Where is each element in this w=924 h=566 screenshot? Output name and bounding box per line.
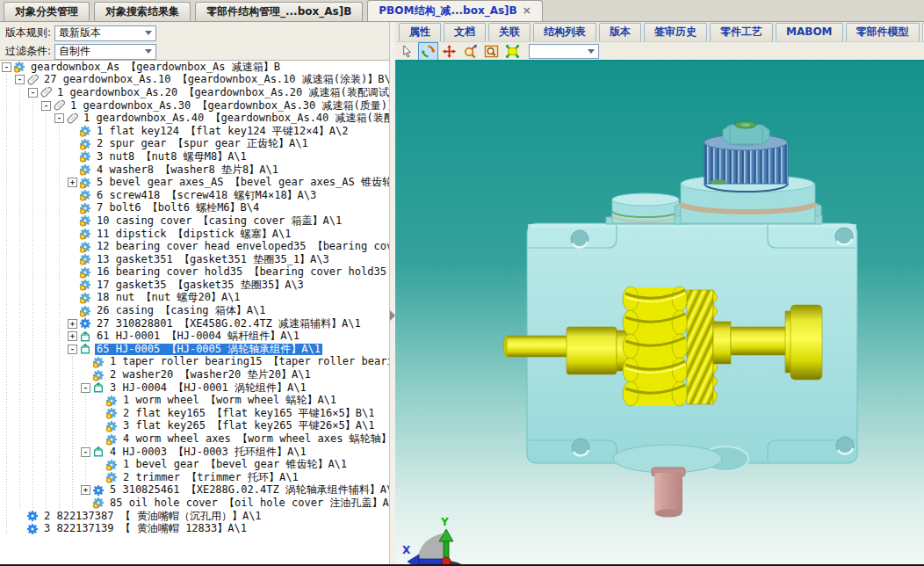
tree-node-label[interactable]: 4 worm wheel axes 【worm wheel axes 蜗轮轴】A… xyxy=(121,433,389,445)
window-tab-3[interactable]: PBOM结构_减...box_As]B× xyxy=(367,0,542,21)
detail-tab-4[interactable]: 版本 xyxy=(599,23,641,41)
tab-close-icon[interactable]: × xyxy=(523,3,531,19)
tree-node-label[interactable]: 1 geardownbox_As.20 【geardownbox_As.20 减… xyxy=(55,87,389,98)
tree-node-label[interactable]: 1 flat key124 【flat key124 平键12×4】A\2 xyxy=(95,126,350,137)
tree-node-label[interactable]: 3 nut8 【nut8 螺母M8】A\1 xyxy=(95,151,249,163)
tree-node-label[interactable]: 27 310828801 【XE458G.02.4TZ 减速箱辅料】A\1 xyxy=(95,318,363,330)
rotate-view-icon[interactable] xyxy=(418,42,438,61)
tree-node-label[interactable]: geardownbox_As 【geardownbox_As 减速箱】B xyxy=(29,62,282,73)
tree-row[interactable]: +27 310828801 【XE458G.02.4TZ 减速箱辅料】A\1 xyxy=(0,317,389,330)
zoom-dynamic-icon[interactable] xyxy=(460,42,480,61)
tree-row[interactable]: 17 gasket35 【gasket35 垫圈35】A\3 xyxy=(0,279,389,292)
fit-all-icon[interactable] xyxy=(502,42,523,61)
tree-row[interactable]: -65 HJ-0005 【HJ-0005 涡轮轴承组件】A\1 xyxy=(0,343,389,356)
collapse-icon[interactable]: - xyxy=(28,88,38,98)
tree-node-label[interactable]: 1 worm wheel 【worm wheel 蜗轮】A\1 xyxy=(121,395,338,406)
detail-tab-8[interactable]: 零部件模型 xyxy=(846,23,920,41)
3d-viewport[interactable]: Y X xyxy=(395,60,924,566)
collapse-icon[interactable]: - xyxy=(2,62,11,72)
tree-row[interactable]: 1 flat key124 【flat key124 平键12×4】A\2 xyxy=(0,125,389,138)
collapse-icon[interactable]: - xyxy=(15,75,25,84)
tree-row[interactable]: 12 bearing cover head enveloped35 【beari… xyxy=(0,240,389,253)
tree-node-label[interactable]: 17 gasket35 【gasket35 垫圈35】A\3 xyxy=(95,279,306,291)
collapse-icon[interactable]: - xyxy=(54,113,64,123)
bom-tree[interactable]: -geardownbox_As 【geardownbox_As 减速箱】B-27… xyxy=(0,60,389,566)
tree-node-label[interactable]: 1 bevel gear 【bevel gear 锥齿轮】A\1 xyxy=(121,459,349,470)
tree-row[interactable]: 1 bevel gear 【bevel gear 锥齿轮】A\1 xyxy=(0,458,389,471)
tree-node-label[interactable]: 5 310825461 【XE288G.02.4TZ 涡轮轴承组件辅料】A\1 xyxy=(108,484,389,496)
tree-node-label[interactable]: 61 HJ-0001 【HJ-0004 蜗杆组件】A\1 xyxy=(95,330,301,342)
tree-node-label[interactable]: 2 trimmer 【trimmer 托环】A\1 xyxy=(121,472,300,483)
tree-node-label[interactable]: 5 bevel gear axes_AS 【bevel gear axes_AS… xyxy=(95,177,389,188)
window-tab-0[interactable]: 对象分类管理 xyxy=(4,2,90,21)
select-cursor-icon[interactable] xyxy=(397,42,417,61)
view-preset-combo[interactable] xyxy=(529,44,599,59)
tree-row[interactable]: -geardownbox_As 【geardownbox_As 减速箱】B xyxy=(0,61,389,74)
tree-node-label[interactable]: 2 flat key165 【flat key165 平键16×5】B\1 xyxy=(121,408,376,419)
tree-node-label[interactable]: 2 washer20 【washer20 垫片20】A\1 xyxy=(108,369,313,381)
tree-node-label[interactable]: 3 HJ-0004 【HJ-0001 涡轮组件】A\1 xyxy=(108,382,308,394)
tree-row[interactable]: 26 casing 【casing 箱体】A\1 xyxy=(0,304,389,317)
detail-tab-2[interactable]: 关联 xyxy=(488,23,531,41)
tree-row[interactable]: +61 HJ-0001 【HJ-0004 蜗杆组件】A\1 xyxy=(0,330,389,343)
tree-row[interactable]: 13 gasket351 【gasket351 垫圈35_1】A\3 xyxy=(0,253,389,266)
tree-row[interactable]: -1 geardownbox_As.20 【geardownbox_As.20 … xyxy=(0,86,389,99)
tree-row[interactable]: 7 bolt6 【bolt6 螺栓M6】B\4 xyxy=(0,202,389,215)
detail-tab-1[interactable]: 文档 xyxy=(444,23,486,41)
tree-row[interactable]: 2 washer20 【washer20 垫片20】A\1 xyxy=(0,368,389,381)
filter-condition-combo[interactable]: 自制件 xyxy=(54,44,156,60)
tree-row[interactable]: 2 spur gear 【spur gear 正齿轮】A\1 xyxy=(0,138,389,151)
tree-node-label[interactable]: 1 geardownbox_As.30 【geardownbox_As.30 减… xyxy=(69,100,389,112)
detail-tab-6[interactable]: 零件工艺 xyxy=(710,23,773,41)
tree-row[interactable]: -4 HJ-0003 【HJ-0003 托环组件】A\1 xyxy=(0,446,389,459)
tree-row[interactable]: 18 nut 【nut 螺母20】A\1 xyxy=(0,292,389,305)
tree-node-label[interactable]: 16 bearing cover hold35 【bearing cover h… xyxy=(95,266,389,278)
tree-node-label[interactable]: 1 geardownbox_As.40 【geardownbox_As.40 减… xyxy=(82,112,389,124)
tree-row[interactable]: 3 nut8 【nut8 螺母M8】A\1 xyxy=(0,150,389,163)
collapse-icon[interactable]: - xyxy=(81,447,90,457)
tree-row[interactable]: 6 screw418 【screw418 螺钉M4×18】A\3 xyxy=(0,189,389,202)
expand-icon[interactable]: + xyxy=(81,485,90,495)
tree-node-label[interactable]: 1 taper roller bearing15 【taper roller b… xyxy=(108,356,389,367)
tree-node-label[interactable]: 2 822137387 【 黄油嘴帽（沉孔用）】A\1 xyxy=(42,511,263,522)
tree-node-label[interactable]: 18 nut 【nut 螺母20】A\1 xyxy=(95,292,242,303)
tree-node-label[interactable]: 7 bolt6 【bolt6 螺栓M6】B\4 xyxy=(95,202,261,214)
tree-node-label[interactable]: 4 washer8 【washer8 垫片8】A\1 xyxy=(95,164,280,176)
tree-node-label[interactable]: 3 822137139 【 黄油嘴帽 12833】A\1 xyxy=(42,523,249,534)
tree-node-label-selected[interactable]: 65 HJ-0005 【HJ-0005 涡轮轴承组件】A\1 xyxy=(95,344,322,355)
expand-icon[interactable]: + xyxy=(68,319,77,329)
tree-row[interactable]: 2 trimmer 【trimmer 托环】A\1 xyxy=(0,471,389,484)
expand-icon[interactable]: + xyxy=(68,331,77,341)
tree-node-label[interactable]: 3 flat key265 【flat key265 平键26×5】A\1 xyxy=(121,420,376,432)
tree-row[interactable]: -1 geardownbox_As.30 【geardownbox_As.30 … xyxy=(0,99,389,112)
tree-node-label[interactable]: 12 bearing cover head enveloped35 【beari… xyxy=(95,241,389,252)
tree-row[interactable]: 85 oil hole cover 【oil hole cover 注油孔盖】A… xyxy=(0,497,389,510)
tree-row[interactable]: +5 310825461 【XE288G.02.4TZ 涡轮轴承组件辅料】A\1 xyxy=(0,484,389,497)
panel-splitter[interactable] xyxy=(389,22,395,566)
tree-row[interactable]: 16 bearing cover hold35 【bearing cover h… xyxy=(0,266,389,279)
window-tab-2[interactable]: 零部件结构管理_...box_As]B xyxy=(195,2,363,21)
collapse-icon[interactable]: - xyxy=(41,101,51,111)
tree-node-label[interactable]: 10 casing cover 【casing cover 箱盖】A\1 xyxy=(95,215,343,227)
tree-row[interactable]: 11 dipstick 【dipstick 螺塞】A\1 xyxy=(0,228,389,241)
tree-row[interactable]: 4 washer8 【washer8 垫片8】A\1 xyxy=(0,163,389,177)
version-rule-combo[interactable]: 最新版本 xyxy=(54,25,156,41)
tree-node-label[interactable]: 11 dipstick 【dipstick 螺塞】A\1 xyxy=(95,229,292,240)
tree-row[interactable]: 4 worm wheel axes 【worm wheel axes 蜗轮轴】A… xyxy=(0,432,389,446)
tree-row[interactable]: 3 822137139 【 黄油嘴帽 12833】A\1 xyxy=(0,522,389,535)
tree-node-label[interactable]: 6 screw418 【screw418 螺钉M4×18】A\3 xyxy=(95,190,318,201)
tree-row[interactable]: -1 geardownbox_As.40 【geardownbox_As.40 … xyxy=(0,112,389,125)
tree-row[interactable]: 1 worm wheel 【worm wheel 蜗轮】A\1 xyxy=(0,394,389,407)
tree-node-label[interactable]: 26 casing 【casing 箱体】A\1 xyxy=(95,305,268,316)
zoom-window-icon[interactable] xyxy=(481,42,502,61)
window-tab-1[interactable]: 对象搜索结果集 xyxy=(94,2,191,21)
collapse-icon[interactable]: - xyxy=(68,345,77,354)
tree-row[interactable]: 10 casing cover 【casing cover 箱盖】A\1 xyxy=(0,214,389,228)
tree-node-label[interactable]: 2 spur gear 【spur gear 正齿轮】A\1 xyxy=(95,138,310,149)
tree-row[interactable]: 1 taper roller bearing15 【taper roller b… xyxy=(0,356,389,369)
tree-node-label[interactable]: 85 oil hole cover 【oil hole cover 注油孔盖】A… xyxy=(108,497,389,509)
detail-tab-5[interactable]: 签审历史 xyxy=(644,23,707,41)
tree-row[interactable]: -3 HJ-0004 【HJ-0001 涡轮组件】A\1 xyxy=(0,381,389,395)
collapse-icon[interactable]: - xyxy=(81,383,90,393)
tree-row[interactable]: 2 flat key165 【flat key165 平键16×5】B\1 xyxy=(0,407,389,420)
